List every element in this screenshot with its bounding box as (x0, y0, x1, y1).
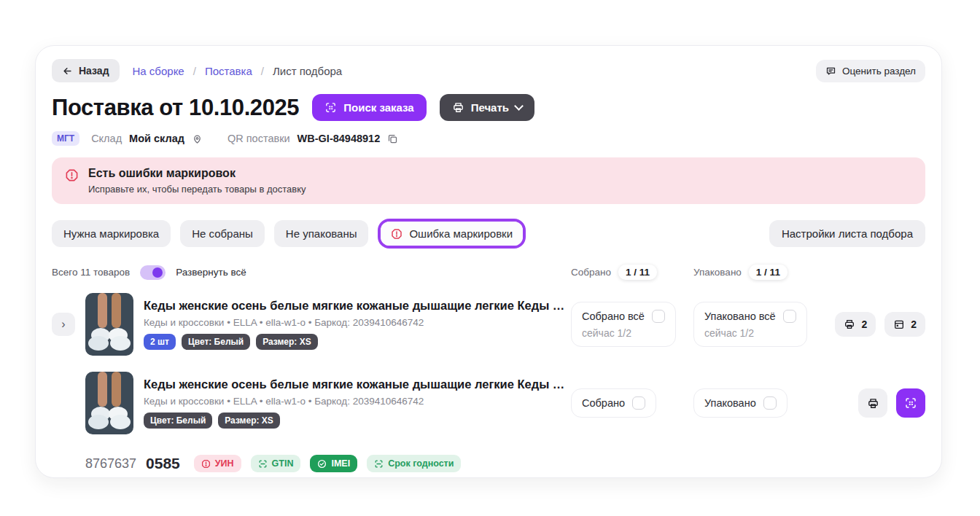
collected-all-checkbox[interactable] (652, 310, 665, 323)
collected-column-header: Собрано 1 / 11 (571, 265, 693, 280)
packed-column-header: Упаковано 1 / 11 (693, 265, 832, 280)
breadcrumb-separator: / (261, 65, 264, 77)
scan-brackets-icon (374, 459, 384, 469)
box-stickers-button[interactable]: 2 (884, 312, 925, 337)
collected-status-card[interactable]: Собрано (571, 388, 656, 418)
expand-row-button[interactable]: › (52, 313, 75, 336)
box-icon (893, 318, 905, 330)
collected-count-pill: 1 / 11 (618, 265, 657, 280)
packed-all-checkbox[interactable] (783, 310, 796, 323)
product-subtitle: Кеды и кроссовки • ELLA • ella-w1-o • Ба… (144, 317, 571, 328)
size-badge: Размер: XS (218, 413, 280, 429)
error-octagon-icon (391, 228, 402, 240)
collected-status-card[interactable]: Собрано всё сейчас 1/2 (571, 302, 676, 347)
expiry-badge[interactable]: Срок годности (367, 455, 461, 472)
marking-row: 8767637 0585 УИН GTIN IMEI Срок годности (52, 455, 925, 472)
scan-brackets-icon (258, 459, 268, 469)
imei-badge[interactable]: IMEI (310, 455, 357, 472)
breadcrumb-separator: / (193, 65, 196, 77)
breadcrumb-assembly[interactable]: На сборке (133, 65, 184, 77)
imei-label: IMEI (331, 458, 350, 469)
breadcrumb-current: Лист подбора (273, 65, 342, 77)
packed-status-card[interactable]: Упаковано всё сейчас 1/2 (693, 302, 807, 347)
filter-chip-marking-error-label: Ошибка маркировки (409, 227, 513, 240)
order-number: 8767637 (85, 456, 136, 472)
uin-label: УИН (215, 458, 234, 469)
error-octagon-icon (201, 459, 211, 469)
mgt-badge: МГТ (52, 131, 79, 146)
product-badges: 2 шт Цвет: Белый Размер: XS (144, 334, 571, 350)
picking-list-settings-button[interactable]: Настройки листа подбора (769, 220, 925, 247)
breadcrumb-supply[interactable]: Поставка (205, 65, 252, 77)
back-button[interactable]: Назад (52, 59, 120, 82)
print-label: Печать (471, 101, 509, 114)
marking-errors-alert: Есть ошибки маркировок Исправьте их, что… (52, 157, 925, 204)
back-arrow-icon (62, 66, 73, 77)
collected-checkbox[interactable] (632, 396, 645, 410)
header-row: Назад На сборке / Поставка / Лист подбор… (52, 59, 925, 82)
print-labels-button[interactable]: 2 (835, 312, 876, 337)
scan-marking-button[interactable] (896, 388, 925, 418)
summary-left: Всего 11 товаров Развернуть всё (52, 265, 571, 280)
product-info: › Кеды женские осень белые мягкие кожаны… (52, 293, 571, 356)
collected-header-label: Собрано (571, 267, 611, 278)
product-title: Кеды женские осень белые мягкие кожаные … (144, 378, 571, 391)
color-badge: Цвет: Белый (182, 334, 250, 350)
printer-icon (844, 318, 855, 330)
filter-chip-not-packed[interactable]: Не упакованы (274, 220, 369, 247)
product-badges: Цвет: Белый Размер: XS (144, 413, 571, 429)
expand-all-label: Развернуть всё (176, 267, 246, 278)
packed-header-label: Упаковано (693, 267, 742, 278)
filter-chip-marking-error[interactable]: Ошибка маркировки (381, 222, 523, 246)
chevron-down-icon (514, 101, 524, 111)
row-actions: 2 2 (832, 312, 925, 337)
error-octagon-icon (65, 168, 79, 185)
packed-all-label: Упаковано всё (704, 310, 776, 322)
location-pin-icon[interactable] (192, 133, 203, 144)
expand-all-toggle[interactable] (140, 265, 166, 280)
summary-row: Всего 11 товаров Развернуть всё Собрано … (52, 265, 925, 280)
product-text: Кеды женские осень белые мягкие кожаные … (144, 378, 571, 429)
row-actions (832, 388, 925, 418)
product-row: › Кеды женские осень белые мягкие кожаны… (52, 293, 925, 356)
search-order-label: Поиск заказа (343, 101, 413, 114)
collected-now-label: сейчас 1/2 (582, 327, 665, 339)
page-title: Поставка от 10.10.2025 (52, 95, 299, 121)
product-subtitle: Кеды и кроссовки • ELLA • ella-w1-o • Ба… (144, 396, 571, 407)
feedback-bubble-icon (825, 66, 836, 77)
rate-section-button[interactable]: Оценить раздел (816, 60, 925, 82)
alert-subtitle: Исправьте их, чтобы передать товары в до… (88, 184, 306, 195)
packed-count-pill: 1 / 11 (749, 265, 788, 280)
print-dropdown-button[interactable]: Печать (440, 94, 534, 121)
print-count: 2 (861, 318, 867, 330)
highlight-ring: Ошибка маркировки (378, 219, 526, 249)
qr-supply-value: WB-GI-84948912 (298, 133, 381, 144)
copy-icon[interactable] (387, 133, 398, 144)
collected-label: Собрано (582, 397, 625, 409)
product-text: Кеды женские осень белые мягкие кожаные … (144, 299, 571, 350)
gtin-badge[interactable]: GTIN (251, 455, 301, 472)
color-badge: Цвет: Белый (144, 413, 212, 429)
packed-label: Упаковано (704, 397, 756, 409)
product-title: Кеды женские осень белые мягкие кожаные … (144, 299, 571, 313)
warehouse-name: Мой склад (129, 133, 184, 144)
collected-all-label: Собрано всё (582, 310, 645, 322)
product-image (85, 372, 133, 434)
breadcrumb: На сборке / Поставка / Лист подбора (133, 65, 343, 77)
size-badge: Размер: XS (256, 334, 318, 350)
title-row: Поставка от 10.10.2025 Поиск заказа Печа… (52, 94, 925, 121)
search-order-button[interactable]: Поиск заказа (312, 94, 426, 121)
back-label: Назад (79, 65, 109, 77)
alert-title: Есть ошибки маркировок (88, 167, 306, 180)
packed-status-card[interactable]: Упаковано (693, 388, 788, 418)
rate-section-label: Оценить раздел (842, 66, 916, 77)
print-label-button[interactable] (858, 388, 887, 418)
filter-chip-not-collected[interactable]: Не собраны (180, 220, 265, 247)
filter-chip-need-marking[interactable]: Нужна маркировка (52, 220, 171, 247)
check-circle-icon (317, 459, 327, 469)
uin-badge[interactable]: УИН (194, 455, 241, 472)
gtin-label: GTIN (272, 458, 294, 469)
quantity-badge: 2 шт (144, 334, 176, 350)
warehouse-label: Склад (91, 133, 122, 144)
packed-checkbox[interactable] (763, 396, 777, 410)
